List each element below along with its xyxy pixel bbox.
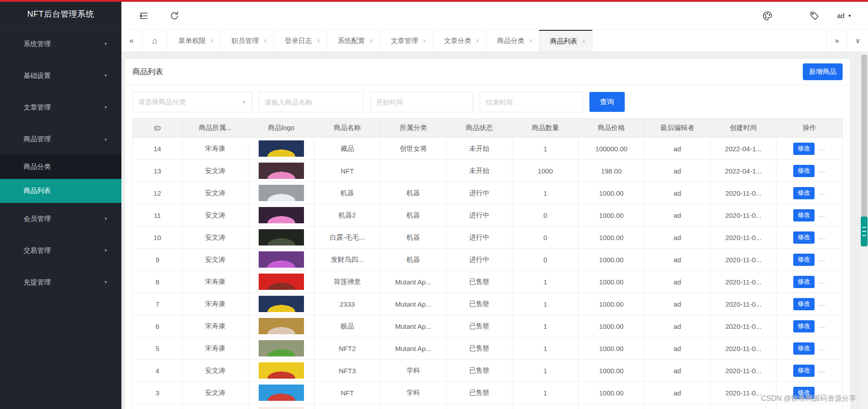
tabs-menu-button[interactable] bbox=[847, 30, 868, 52]
more-actions-button[interactable] bbox=[818, 233, 825, 241]
theme-palette-icon[interactable] bbox=[762, 10, 773, 22]
edit-button[interactable]: 修改 bbox=[793, 320, 815, 332]
tabs-scroll-right-button[interactable] bbox=[826, 30, 847, 52]
scrollbar-thumb[interactable] bbox=[861, 55, 867, 218]
close-tab-icon[interactable] bbox=[263, 37, 267, 44]
cell-name: 藏品 bbox=[314, 138, 381, 160]
tab-item[interactable]: 商品分类 bbox=[486, 30, 539, 52]
close-tab-icon[interactable] bbox=[423, 37, 426, 44]
refresh-icon[interactable] bbox=[169, 10, 180, 22]
cell-logo bbox=[248, 271, 314, 293]
cell-id: 4 bbox=[133, 360, 183, 382]
close-tab-icon[interactable] bbox=[316, 37, 320, 44]
edit-button[interactable]: 修改 bbox=[793, 143, 815, 155]
tab-item[interactable]: 文章管理 bbox=[380, 30, 433, 52]
collapse-sidebar-icon[interactable] bbox=[138, 10, 149, 22]
more-actions-button[interactable] bbox=[818, 255, 825, 263]
more-actions-button[interactable] bbox=[818, 144, 825, 152]
product-name-input[interactable] bbox=[259, 91, 364, 112]
tab-label: 文章分类 bbox=[444, 37, 471, 45]
cell-owner: 宋寿康 bbox=[182, 315, 248, 337]
tab-item[interactable]: 菜单权限 bbox=[168, 30, 221, 52]
start-time-input[interactable] bbox=[370, 91, 473, 112]
edit-button[interactable]: 修改 bbox=[793, 209, 815, 221]
tab-item[interactable]: 商品列表 bbox=[539, 30, 592, 52]
scrollbar-marker[interactable] bbox=[861, 217, 868, 246]
table-row: 10 安文涛 白露-毛毛... 机器 进行中 0 1000.00 ad 2020… bbox=[133, 226, 843, 249]
tabbar-spacer bbox=[593, 30, 827, 52]
cell-created: 2020-11-0... bbox=[710, 293, 776, 315]
sidebar-item-system[interactable]: 系统管理 bbox=[0, 28, 121, 60]
cell-quantity: 1 bbox=[512, 182, 579, 204]
cell-name: 广告 bbox=[314, 404, 381, 409]
cell-price: 1000.00 bbox=[579, 226, 645, 249]
cell-id: 8 bbox=[133, 271, 183, 293]
user-name: ad bbox=[837, 12, 844, 19]
more-actions-button[interactable] bbox=[818, 299, 825, 307]
add-product-button[interactable]: 新增商品 bbox=[803, 63, 843, 80]
cell-status: 进行中 bbox=[446, 182, 512, 204]
user-menu[interactable]: ad bbox=[837, 12, 852, 19]
tab-item[interactable]: 登录日志 bbox=[274, 30, 327, 52]
edit-button[interactable]: 修改 bbox=[793, 187, 815, 199]
end-time-input[interactable] bbox=[480, 91, 583, 112]
edit-button[interactable]: 修改 bbox=[793, 165, 815, 177]
tabs-scroll-left-button[interactable] bbox=[121, 30, 142, 52]
cell-logo bbox=[248, 293, 314, 315]
edit-button[interactable]: 修改 bbox=[793, 365, 815, 377]
caret-down-icon bbox=[104, 73, 108, 78]
page-title: 商品列表 bbox=[132, 67, 163, 77]
sidebar-item-products[interactable]: 商品管理 bbox=[0, 123, 121, 155]
edit-button[interactable]: 修改 bbox=[793, 342, 815, 355]
cell-price: 1000.00 bbox=[579, 382, 645, 404]
close-tab-icon[interactable] bbox=[370, 37, 373, 44]
cell-created: 2022-04-1... bbox=[710, 138, 776, 160]
tab-item[interactable]: 系统配置 bbox=[327, 30, 380, 52]
edit-button[interactable]: 修改 bbox=[793, 231, 815, 244]
sidebar-item-product-categories[interactable]: 商品分类 bbox=[0, 155, 121, 179]
tab-item[interactable]: 文章分类 bbox=[433, 30, 486, 52]
sidebar-item-members[interactable]: 会员管理 bbox=[0, 203, 121, 235]
close-tab-icon[interactable] bbox=[529, 37, 532, 44]
close-tab-icon[interactable] bbox=[582, 38, 585, 45]
sidebar-item-product-list[interactable]: 商品列表 bbox=[0, 179, 121, 203]
sidebar-item-label: 会员管理 bbox=[24, 215, 51, 223]
home-tab[interactable] bbox=[142, 30, 168, 52]
sidebar-item-articles[interactable]: 文章管理 bbox=[0, 91, 121, 123]
sidebar-item-basic-settings[interactable]: 基础设置 bbox=[0, 60, 121, 91]
product-list-card: 商品列表 新增商品 请选择商品分类 查询 bbox=[125, 59, 850, 409]
category-select[interactable]: 请选择商品分类 bbox=[132, 91, 252, 112]
edit-button[interactable]: 修改 bbox=[793, 298, 815, 310]
more-actions-button[interactable] bbox=[818, 344, 825, 351]
tag-icon[interactable] bbox=[809, 10, 820, 22]
sidebar-item-deposits[interactable]: 充提管理 bbox=[0, 266, 121, 298]
edit-button[interactable]: 修改 bbox=[793, 276, 815, 288]
cell-actions: 修改 bbox=[776, 337, 843, 360]
cell-editor: ad bbox=[644, 204, 710, 226]
cell-editor: ad bbox=[644, 293, 710, 315]
more-actions-button[interactable] bbox=[818, 366, 825, 374]
product-logo bbox=[259, 385, 304, 401]
sidebar-item-trades[interactable]: 交易管理 bbox=[0, 235, 121, 266]
cell-quantity: 1 bbox=[512, 382, 579, 404]
cell-status: 已售罄 bbox=[446, 337, 512, 360]
search-button[interactable]: 查询 bbox=[589, 92, 625, 112]
more-actions-button[interactable] bbox=[818, 211, 825, 218]
cell-owner: 安文涛 bbox=[182, 160, 248, 182]
csdn-watermark: CSDN @软希网源码资源分享 bbox=[761, 394, 856, 404]
more-actions-button[interactable] bbox=[818, 322, 825, 329]
edit-button[interactable]: 修改 bbox=[793, 254, 815, 266]
tab-bar: 菜单权限 职员管理 登录日志 系统配置 bbox=[121, 29, 868, 52]
close-tab-icon[interactable] bbox=[476, 37, 479, 44]
close-tab-icon[interactable] bbox=[210, 37, 214, 44]
more-actions-button[interactable] bbox=[818, 166, 825, 174]
cell-category: 机器 bbox=[380, 204, 446, 226]
table-column-header: ID bbox=[133, 119, 183, 138]
cell-owner: 安文涛 bbox=[182, 382, 248, 404]
table-row: 11 安文涛 机器2 机器 进行中 0 1000.00 ad 2020-11-0… bbox=[133, 204, 843, 226]
cell-quantity: 1 bbox=[512, 293, 579, 315]
more-actions-button[interactable] bbox=[818, 188, 825, 196]
sidebar-item-label: 系统管理 bbox=[24, 40, 51, 48]
tab-item[interactable]: 职员管理 bbox=[221, 30, 274, 52]
more-actions-button[interactable] bbox=[818, 277, 825, 285]
